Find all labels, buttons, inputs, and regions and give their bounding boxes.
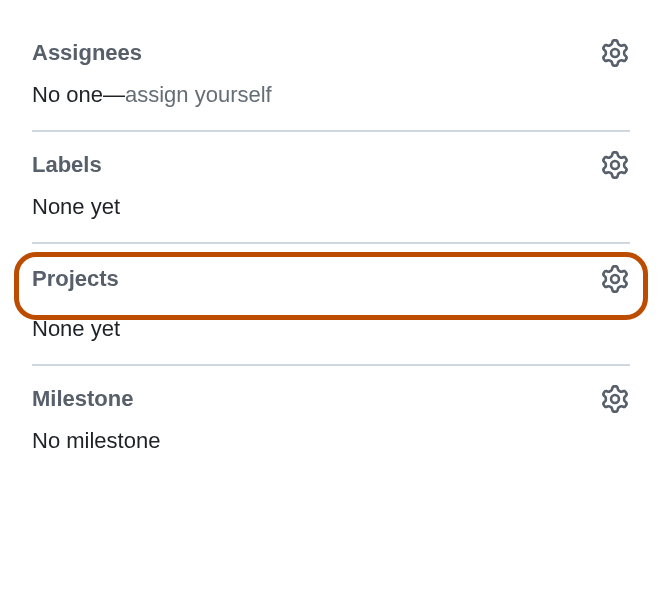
milestone-settings-button[interactable] [600,384,630,414]
assignees-settings-button[interactable] [600,38,630,68]
projects-section: Projects None yet [0,244,662,364]
projects-status: None yet [32,316,630,342]
dash: — [103,82,125,107]
milestone-title: Milestone [32,386,133,412]
gear-icon [601,265,629,293]
labels-header: Labels [32,150,630,180]
milestone-section: Milestone No milestone [0,366,662,476]
assignees-status: No one [32,82,103,107]
labels-status: None yet [32,194,630,220]
labels-settings-button[interactable] [600,150,630,180]
labels-section: Labels None yet [0,132,662,242]
assign-yourself-link[interactable]: assign yourself [125,82,272,107]
assignees-section: Assignees No one—assign yourself [0,20,662,130]
projects-title: Projects [32,266,119,292]
projects-highlight-wrapper: Projects None yet [0,244,662,364]
assignees-body: No one—assign yourself [32,82,630,108]
projects-header: Projects [32,264,630,294]
milestone-status: No milestone [32,428,630,454]
gear-icon [601,151,629,179]
assignees-title: Assignees [32,40,142,66]
gear-icon [601,385,629,413]
projects-settings-button[interactable] [600,264,630,294]
gear-icon [601,39,629,67]
labels-title: Labels [32,152,102,178]
milestone-header: Milestone [32,384,630,414]
assignees-header: Assignees [32,38,630,68]
